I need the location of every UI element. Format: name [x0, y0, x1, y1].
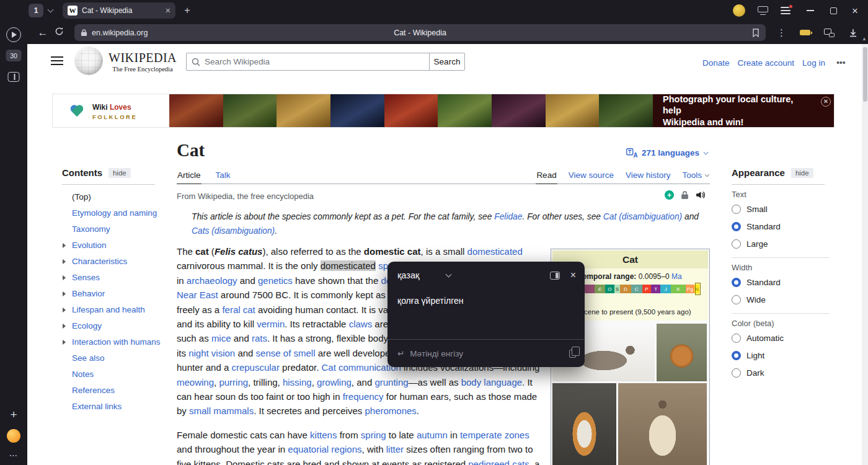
toc-item[interactable]: See also	[62, 350, 166, 366]
toc-item[interactable]: (Top)	[62, 189, 166, 205]
languages-button[interactable]: A 271 languages	[626, 148, 708, 157]
timescale-segment[interactable]: P	[642, 285, 651, 293]
rail-overflow-icon[interactable]: ⋯	[9, 450, 19, 460]
tab-tools[interactable]: Tools	[681, 170, 710, 184]
cat-photo-2[interactable]	[657, 324, 707, 381]
cast-icon[interactable]	[758, 6, 768, 15]
toc-item[interactable]: Ecology	[62, 318, 166, 334]
toc-expand-icon[interactable]	[63, 324, 66, 329]
split-view-icon[interactable]	[8, 72, 20, 82]
toc-link[interactable]: Etymology and naming	[72, 208, 157, 218]
scrollbar-up-arrow[interactable]: ▲	[862, 36, 867, 42]
toc-item[interactable]: Characteristics	[62, 254, 166, 270]
toc-item[interactable]: References	[62, 383, 166, 399]
search-button[interactable]: Search	[430, 53, 465, 71]
user-menu-icon[interactable]: •••	[836, 58, 846, 68]
profile-avatar[interactable]	[733, 4, 745, 17]
toc-link[interactable]: Ecology	[72, 321, 102, 330]
login-link[interactable]: Log in	[802, 58, 825, 68]
cat-photo-3[interactable]	[552, 383, 616, 465]
popup-input-row[interactable]: ↵ Мәтінді енгізу	[397, 340, 576, 367]
toc-expand-icon[interactable]	[63, 259, 66, 264]
radio-icon[interactable]	[732, 278, 741, 287]
timescale-segment[interactable]: S	[614, 285, 620, 293]
toc-link[interactable]: (Top)	[72, 192, 91, 202]
radio-option[interactable]: Dark	[732, 364, 840, 381]
toc-link[interactable]: Taxonomy	[72, 224, 110, 234]
timescale-segment[interactable]: J	[660, 285, 671, 293]
timescale-segment[interactable]: C	[631, 285, 642, 293]
donate-link[interactable]: Donate	[702, 58, 730, 68]
radio-icon[interactable]	[732, 351, 741, 360]
radio-option[interactable]: Small	[732, 200, 840, 218]
search-input[interactable]	[205, 57, 424, 66]
tab-read[interactable]: Read	[536, 170, 557, 184]
scrollbar-thumb[interactable]	[863, 47, 867, 102]
popup-input-placeholder[interactable]: Мәтінді енгізу	[410, 349, 463, 358]
toc-item[interactable]: Lifespan and health	[62, 302, 166, 318]
maximize-button[interactable]	[830, 7, 837, 14]
timescale-segment[interactable]: Pg	[686, 285, 694, 293]
search-input-wrap[interactable]	[186, 53, 430, 71]
new-tab-button[interactable]: +	[184, 4, 190, 17]
more-options-icon[interactable]: ⋮	[777, 27, 786, 38]
toc-expand-icon[interactable]	[63, 291, 66, 296]
extension-badge[interactable]: 30	[6, 50, 22, 61]
back-button[interactable]: ←	[35, 27, 51, 39]
create-account-link[interactable]: Create account	[738, 58, 795, 68]
toc-item[interactable]: Taxonomy	[62, 221, 166, 237]
add-workspace-button[interactable]: +	[10, 408, 17, 422]
toc-hide-button[interactable]: hide	[108, 168, 131, 178]
good-article-icon[interactable]: +	[665, 190, 674, 200]
browser-tab[interactable]: W Cat - Wikipedia ×	[63, 2, 175, 19]
banner-close-icon[interactable]: ✕	[821, 97, 831, 107]
copy-icon[interactable]	[569, 350, 576, 358]
toc-expand-icon[interactable]	[63, 243, 66, 248]
cat-photo-4[interactable]	[618, 383, 707, 465]
radio-option[interactable]: Large	[732, 235, 840, 252]
toc-item[interactable]: Behavior	[62, 286, 166, 302]
toc-expand-icon[interactable]	[63, 340, 66, 345]
toc-link[interactable]: External links	[72, 402, 122, 411]
radio-icon[interactable]	[732, 222, 741, 231]
toc-link[interactable]: See also	[72, 353, 105, 363]
play-button-icon[interactable]	[6, 27, 21, 42]
radio-icon[interactable]	[732, 205, 741, 214]
popup-close-icon[interactable]: ×	[570, 270, 576, 280]
wikipedia-logo[interactable]	[74, 46, 103, 75]
toc-item[interactable]: Notes	[62, 366, 166, 383]
tab-close-icon[interactable]: ×	[166, 6, 170, 16]
toc-item[interactable]: External links	[62, 399, 166, 415]
radio-option[interactable]: Standard	[732, 218, 840, 235]
tab-view-history[interactable]: View history	[625, 170, 671, 184]
toc-link[interactable]: Characteristics	[72, 257, 127, 266]
url-bar[interactable]: en.wikipedia.org Cat - Wikipedia	[74, 24, 766, 41]
tab-view-source[interactable]: View source	[568, 170, 614, 184]
radio-option[interactable]: Light	[732, 347, 840, 364]
toc-link[interactable]: Behavior	[72, 289, 105, 298]
close-window-button[interactable]: ×	[852, 6, 858, 16]
timescale-segment[interactable]: T	[651, 285, 660, 293]
toc-item[interactable]: Interaction with humans	[62, 334, 166, 350]
tab-article[interactable]: Article	[177, 170, 202, 184]
radio-option[interactable]: Standard	[732, 273, 840, 291]
toc-link[interactable]: Evolution	[72, 241, 107, 250]
temporal-range-unit-link[interactable]: Ma	[671, 272, 682, 281]
toc-link[interactable]: Notes	[72, 370, 94, 379]
radio-icon[interactable]	[732, 334, 741, 343]
banner-message[interactable]: Photograph your local culture, help Wiki…	[653, 94, 834, 127]
appearance-hide-button[interactable]: hide	[791, 168, 813, 178]
timescale-segment[interactable]: O	[605, 285, 614, 293]
picture-in-picture-icon[interactable]	[824, 29, 835, 37]
open-in-panel-icon[interactable]	[550, 272, 560, 280]
toc-expand-icon[interactable]	[63, 275, 66, 280]
tab-talk[interactable]: Talk	[215, 170, 231, 184]
app-menu-icon[interactable]	[781, 7, 790, 14]
toc-item[interactable]: Senses	[62, 270, 166, 286]
toc-link[interactable]: References	[72, 386, 115, 395]
wikipedia-wordmark[interactable]: WIKIPEDIA The Free Encyclopedia	[108, 51, 177, 73]
workspace-indicator[interactable]: 1	[29, 4, 43, 17]
target-language-label[interactable]: қазақ	[397, 270, 419, 280]
toc-item[interactable]: Evolution	[62, 237, 166, 254]
toc-expand-icon[interactable]	[63, 308, 66, 312]
